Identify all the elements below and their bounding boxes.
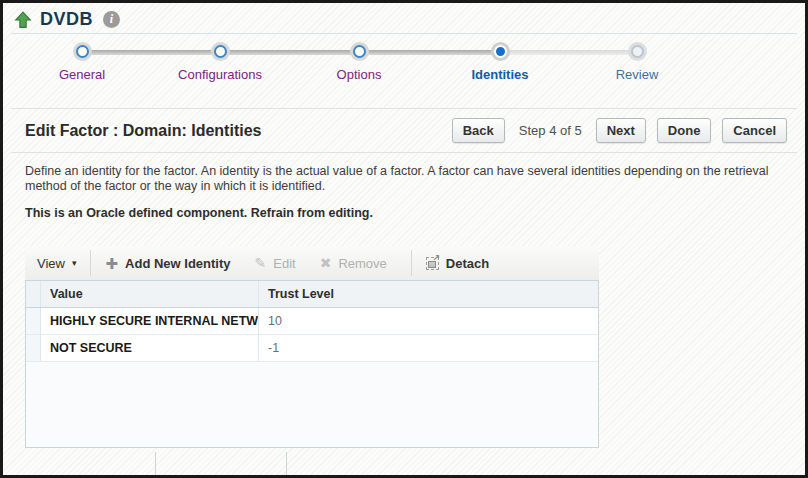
x-icon: ✖ bbox=[320, 256, 332, 270]
table-row[interactable]: NOT SECURE -1 bbox=[26, 335, 598, 362]
oracle-defined-warning: This is an Oracle defined component. Ref… bbox=[25, 206, 795, 220]
step-label[interactable]: Identities bbox=[471, 67, 528, 82]
edit-button[interactable]: ✎ Edit bbox=[243, 256, 308, 271]
plus-icon: ✚ bbox=[105, 256, 118, 271]
add-new-identity-button[interactable]: ✚ Add New Identity bbox=[93, 256, 242, 271]
table-header-row: Value Trust Level bbox=[26, 281, 598, 308]
step-circle-active[interactable] bbox=[494, 45, 507, 58]
toolbar-separator bbox=[411, 250, 412, 276]
step-label[interactable]: Review bbox=[616, 67, 659, 82]
identities-toolbar: View ▾ ✚ Add New Identity ✎ Edit ✖ Remov… bbox=[25, 246, 599, 280]
step-circle[interactable] bbox=[76, 45, 89, 58]
wizard-train: General Configurations Options Identitie… bbox=[0, 40, 808, 92]
detach-label: Detach bbox=[446, 256, 489, 271]
wizard-step-general[interactable]: General bbox=[7, 40, 157, 82]
step-circle[interactable] bbox=[214, 45, 227, 58]
table-row[interactable]: HIGHLY SECURE INTERNAL NETWORK 10 bbox=[26, 308, 598, 335]
back-button[interactable]: Back bbox=[452, 118, 505, 143]
step-indicator: Step 4 of 5 bbox=[516, 123, 585, 138]
cancel-button[interactable]: Cancel bbox=[722, 118, 787, 143]
step-label[interactable]: General bbox=[59, 67, 105, 82]
step-label[interactable]: Options bbox=[337, 67, 382, 82]
identities-table: Value Trust Level HIGHLY SECURE INTERNAL… bbox=[25, 280, 599, 448]
up-arrow-icon bbox=[14, 11, 32, 29]
below-fold-column-divider bbox=[155, 452, 156, 475]
page-title: Edit Factor : Domain: Identities bbox=[25, 122, 261, 140]
step-circle[interactable] bbox=[353, 45, 366, 58]
header-divider bbox=[11, 33, 797, 34]
detach-button[interactable]: Detach bbox=[414, 256, 501, 271]
wizard-step-options[interactable]: Options bbox=[284, 40, 434, 82]
detach-icon bbox=[426, 257, 439, 270]
trust-level-cell[interactable]: 10 bbox=[259, 308, 598, 334]
toolbar-separator bbox=[90, 250, 91, 276]
step-label[interactable]: Configurations bbox=[178, 67, 262, 82]
view-menu-button[interactable]: View ▾ bbox=[25, 256, 88, 271]
info-icon[interactable]: i bbox=[103, 11, 120, 28]
pencil-icon: ✎ bbox=[255, 256, 267, 270]
chevron-down-icon: ▾ bbox=[72, 258, 77, 268]
row-selector[interactable] bbox=[26, 308, 41, 334]
below-fold-column-divider bbox=[286, 452, 287, 475]
wizard-step-review[interactable]: Review bbox=[562, 40, 712, 82]
column-header-value[interactable]: Value bbox=[41, 281, 259, 307]
view-menu-label: View bbox=[37, 256, 65, 271]
identity-value-cell[interactable]: HIGHLY SECURE INTERNAL NETWORK bbox=[41, 308, 259, 334]
database-title: DVDB bbox=[40, 9, 93, 30]
row-selector-header bbox=[26, 281, 41, 307]
row-selector[interactable] bbox=[26, 335, 41, 361]
wizard-step-configurations[interactable]: Configurations bbox=[145, 40, 295, 82]
identity-value-cell[interactable]: NOT SECURE bbox=[41, 335, 259, 361]
column-header-trust[interactable]: Trust Level bbox=[259, 281, 598, 307]
next-button[interactable]: Next bbox=[596, 118, 646, 143]
add-new-identity-label: Add New Identity bbox=[125, 256, 230, 271]
edit-factor-page: DVDB i General Configurations Options Id… bbox=[0, 0, 808, 478]
edit-label: Edit bbox=[273, 256, 295, 271]
title-bar: Edit Factor : Domain: Identities Back St… bbox=[11, 108, 797, 153]
done-button[interactable]: Done bbox=[657, 118, 712, 143]
trust-level-cell[interactable]: -1 bbox=[259, 335, 598, 361]
remove-button[interactable]: ✖ Remove bbox=[308, 256, 399, 271]
remove-label: Remove bbox=[338, 256, 386, 271]
wizard-step-identities[interactable]: Identities bbox=[425, 40, 575, 82]
step-circle[interactable] bbox=[631, 45, 644, 58]
wizard-actions: Back Step 4 of 5 Next Done Cancel bbox=[452, 118, 787, 143]
page-description: Define an identity for the factor. An id… bbox=[25, 164, 795, 194]
app-header: DVDB i bbox=[14, 9, 120, 30]
